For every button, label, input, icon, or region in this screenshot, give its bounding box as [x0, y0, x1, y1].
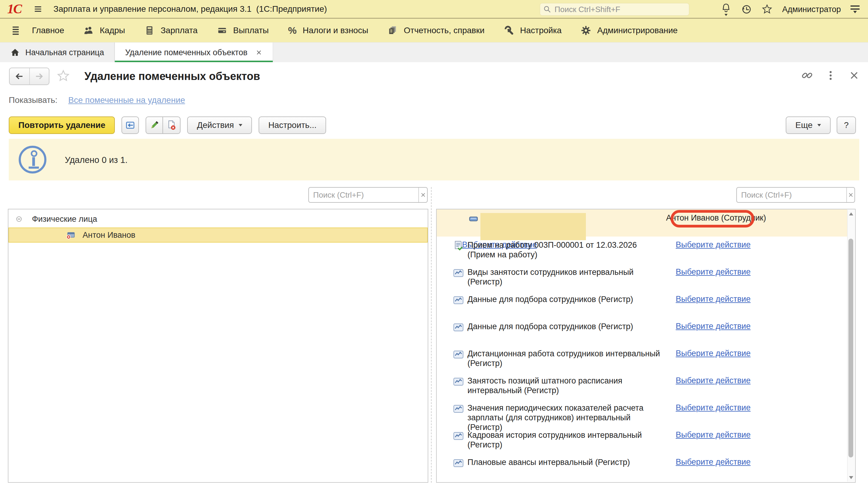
repeat-deletion-button[interactable]: Повторить удаление: [9, 116, 115, 134]
register-icon: [453, 457, 464, 469]
global-search-box[interactable]: [540, 3, 689, 16]
history-icon[interactable]: [741, 4, 752, 15]
menu-item-otchetnost[interactable]: Отчетность, справки: [380, 25, 496, 36]
configure-button[interactable]: Настроить...: [258, 116, 326, 134]
notifications-button[interactable]: [721, 3, 732, 16]
scroll-up-arrow[interactable]: [849, 212, 853, 215]
menu-item-label: Главное: [32, 26, 64, 35]
people-icon: [84, 25, 94, 36]
banner-message: Удалено 0 из 1.: [65, 155, 127, 165]
service-menu-button[interactable]: [850, 5, 860, 13]
list-row[interactable]: Кадровая история сотрудников интервальны…: [437, 427, 847, 454]
menu-item-label: Администрирование: [597, 26, 678, 35]
register-icon: [453, 267, 464, 279]
linked-objects-list: Антон Иванов (Сотрудник) Выберите действ…: [437, 209, 847, 482]
row-action-link[interactable]: Выберите действие: [676, 403, 750, 412]
tree-node-anton-ivanov[interactable]: Антон Иванов: [8, 228, 428, 242]
tab-close-icon[interactable]: [255, 49, 262, 56]
vertical-scrollbar[interactable]: [847, 210, 855, 482]
current-user[interactable]: Администратор: [782, 5, 841, 14]
sections-panel-toggle[interactable]: [8, 25, 24, 36]
back-button[interactable]: [10, 68, 29, 85]
actions-label: Действия: [197, 120, 234, 130]
register-icon: [453, 322, 464, 333]
get-link-icon[interactable]: [801, 69, 813, 82]
gear-icon: [581, 25, 591, 36]
row-action-link[interactable]: Выберите действие: [676, 294, 750, 304]
menu-item-kadry[interactable]: Кадры: [76, 25, 136, 36]
row-action-link[interactable]: Выберите действие: [676, 430, 750, 439]
list-row[interactable]: Данные для подбора сотрудников (Регистр)…: [437, 318, 847, 345]
open-object-button[interactable]: [121, 116, 139, 134]
filter-value-link[interactable]: Все помеченные на удаление: [68, 95, 185, 105]
notifications-caret-icon: [724, 14, 727, 16]
right-search-box[interactable]: [736, 187, 855, 203]
tab-deletion-marked-objects[interactable]: Удаление помеченных объектов: [115, 42, 273, 62]
panel-splitter[interactable]: [431, 187, 432, 483]
tree-node-physical-persons[interactable]: Физические лица: [8, 211, 428, 227]
menu-item-administrirovanie[interactable]: Администрирование: [573, 25, 689, 36]
favorite-star-icon[interactable]: [57, 69, 70, 83]
row-object-label: Плановые авансы интервальный (Регистр): [467, 457, 664, 467]
menu-item-nastroyka[interactable]: Настройка: [496, 25, 573, 36]
close-window-icon[interactable]: [848, 69, 860, 82]
menu-item-nalogi[interactable]: % Налоги и взносы: [280, 25, 380, 36]
right-search-input[interactable]: [737, 188, 846, 202]
clear-search-icon[interactable]: [846, 188, 855, 202]
more-dots-icon[interactable]: [825, 69, 837, 82]
tab-label: Удаление помеченных объектов: [125, 48, 247, 57]
current-cell-highlight: [480, 213, 586, 240]
list-row[interactable]: Занятость позиций штатного расписания ин…: [437, 372, 847, 400]
row-object-label: Занятость позиций штатного расписания ин…: [467, 376, 664, 395]
list-row[interactable]: Прием на работу 003П-000001 от 12.03.202…: [437, 236, 847, 264]
row-action-link[interactable]: Выберите действие: [676, 376, 750, 385]
clear-search-icon[interactable]: [418, 188, 427, 202]
menu-item-label: Отчетность, справки: [404, 26, 485, 35]
tab-bar: Начальная страница Удаление помеченных о…: [0, 42, 868, 62]
calculator-icon: [144, 25, 155, 36]
collapse-expander-icon[interactable]: [14, 214, 24, 224]
menu-item-zarplata[interactable]: Зарплата: [136, 25, 209, 36]
info-icon: [19, 146, 46, 173]
title-bar: 1С Зарплата и управление персоналом, ред…: [0, 0, 868, 19]
unmark-deletion-button[interactable]: [163, 116, 181, 134]
edit-button[interactable]: [146, 116, 163, 134]
favorites-star-icon[interactable]: [762, 4, 772, 15]
main-menu-icon[interactable]: [33, 4, 43, 14]
menu-item-vyplaty[interactable]: Выплаты: [209, 25, 280, 36]
actions-dropdown-button[interactable]: Действия: [187, 116, 252, 134]
scrollbar-thumb[interactable]: [848, 239, 853, 457]
list-row[interactable]: Данные для подбора сотрудников (Регистр)…: [437, 291, 847, 318]
left-search-box[interactable]: [308, 187, 428, 203]
service-menu-caret-icon: [853, 11, 857, 13]
row-action-link[interactable]: Выберите действие: [676, 322, 750, 331]
row-action-link[interactable]: Выберите действие: [676, 267, 750, 277]
global-search-input[interactable]: [552, 5, 689, 14]
forward-button[interactable]: [29, 68, 49, 85]
tab-home[interactable]: Начальная страница: [0, 42, 115, 62]
navigation-buttons: [9, 67, 50, 85]
row-action-link[interactable]: Выберите действие: [676, 349, 750, 358]
left-search-input[interactable]: [309, 188, 418, 202]
edit-pencil-icon: [149, 120, 160, 131]
list-row[interactable]: Дистанционная работа сотрудников интерва…: [437, 345, 847, 372]
list-row[interactable]: Плановые авансы интервальный (Регистр) В…: [437, 454, 847, 481]
scroll-down-arrow[interactable]: [849, 476, 853, 479]
info-banner: Удалено 0 из 1.: [9, 139, 859, 180]
list-row[interactable]: Антон Иванов (Сотрудник) Выберите действ…: [437, 209, 847, 236]
menu-item-label: Кадры: [100, 26, 125, 35]
register-icon: [453, 294, 464, 306]
row-object-label: Прием на работу 003П-000001 от 12.03.202…: [467, 240, 664, 259]
more-dropdown-button[interactable]: Еще: [786, 116, 831, 134]
marked-objects-tree-panel: Физические лица Антон Иванов: [8, 209, 428, 483]
search-icon: [543, 5, 552, 13]
delete-document-icon: [166, 120, 177, 131]
list-row[interactable]: Виды занятости сотрудников интервальный …: [437, 264, 847, 291]
row-action-link[interactable]: Выберите действие: [676, 457, 750, 466]
help-button[interactable]: ?: [837, 116, 856, 134]
menu-item-label: Настройка: [520, 26, 562, 35]
register-icon: [453, 403, 464, 414]
menu-item-glavnoe[interactable]: Главное: [24, 26, 76, 35]
list-row[interactable]: Значения периодических показателей расче…: [437, 400, 847, 427]
row-action-link[interactable]: Выберите действие: [676, 240, 750, 249]
